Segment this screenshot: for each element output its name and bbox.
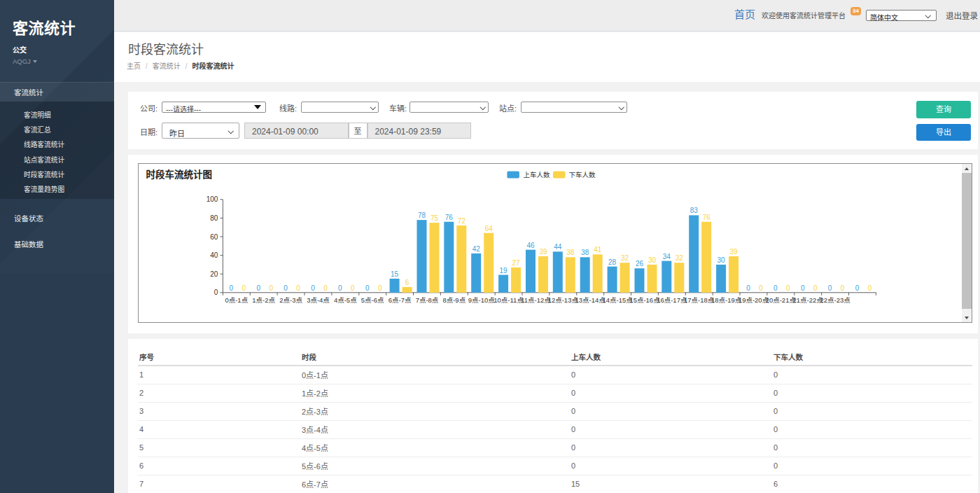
svg-text:32: 32 xyxy=(676,254,684,262)
svg-text:1点-2点: 1点-2点 xyxy=(252,296,275,304)
svg-text:44: 44 xyxy=(554,243,562,251)
svg-text:4点-5点: 4点-5点 xyxy=(334,296,357,304)
svg-text:30: 30 xyxy=(718,256,726,264)
svg-text:3点-4点: 3点-4点 xyxy=(307,296,330,304)
svg-text:34: 34 xyxy=(663,253,671,261)
svg-text:38: 38 xyxy=(581,249,589,256)
svg-text:15: 15 xyxy=(391,270,399,278)
svg-text:16点-17点: 16点-17点 xyxy=(657,296,687,304)
svg-text:0: 0 xyxy=(786,284,790,292)
svg-text:75: 75 xyxy=(430,214,439,222)
svg-text:41: 41 xyxy=(594,246,602,254)
svg-text:0: 0 xyxy=(746,284,750,292)
svg-text:46: 46 xyxy=(526,242,535,249)
svg-text:83: 83 xyxy=(690,207,699,214)
svg-text:时段车流统计图: 时段车流统计图 xyxy=(146,169,212,180)
svg-text:0: 0 xyxy=(256,284,260,292)
svg-text:下车人数: 下车人数 xyxy=(569,171,596,179)
svg-text:18点-19点: 18点-19点 xyxy=(711,296,742,304)
svg-text:20点-21点: 20点-21点 xyxy=(766,296,797,304)
svg-text:0: 0 xyxy=(813,284,818,292)
svg-text:6点-7点: 6点-7点 xyxy=(388,296,412,304)
svg-text:0: 0 xyxy=(269,284,273,292)
svg-text:32: 32 xyxy=(621,254,629,262)
svg-text:64: 64 xyxy=(485,225,493,232)
svg-text:5点-6点: 5点-6点 xyxy=(361,296,384,304)
svg-text:72: 72 xyxy=(458,217,466,225)
svg-text:0: 0 xyxy=(759,284,763,292)
svg-text:8点-9点: 8点-9点 xyxy=(442,296,465,304)
svg-text:28: 28 xyxy=(608,258,617,266)
svg-text:9点-10点: 9点-10点 xyxy=(468,296,496,304)
svg-text:26: 26 xyxy=(636,260,644,268)
svg-text:60: 60 xyxy=(210,233,218,241)
svg-text:0: 0 xyxy=(296,284,300,292)
svg-text:39: 39 xyxy=(539,248,547,256)
svg-text:76: 76 xyxy=(703,214,711,221)
svg-text:0: 0 xyxy=(841,284,845,292)
svg-text:2点-3点: 2点-3点 xyxy=(279,296,302,304)
svg-text:39: 39 xyxy=(730,248,738,256)
svg-text:0: 0 xyxy=(801,284,805,292)
svg-text:0: 0 xyxy=(855,284,860,292)
svg-text:0: 0 xyxy=(351,284,355,292)
svg-text:21点-22点: 21点-22点 xyxy=(793,296,824,304)
svg-text:0: 0 xyxy=(311,284,315,292)
svg-text:0: 0 xyxy=(242,284,246,292)
svg-text:上车人数: 上车人数 xyxy=(524,171,551,179)
svg-text:7点-8点: 7点-8点 xyxy=(416,296,439,304)
svg-text:0: 0 xyxy=(378,284,382,292)
svg-text:0: 0 xyxy=(284,284,288,292)
svg-text:13点-14点: 13点-14点 xyxy=(575,296,606,304)
svg-text:40: 40 xyxy=(210,251,218,259)
svg-text:20: 20 xyxy=(210,270,218,278)
svg-text:76: 76 xyxy=(445,214,454,221)
svg-text:0: 0 xyxy=(323,284,328,292)
svg-text:0: 0 xyxy=(230,284,234,292)
svg-text:12点-13点: 12点-13点 xyxy=(548,296,579,304)
svg-text:15点-16点: 15点-16点 xyxy=(629,296,660,304)
svg-text:78: 78 xyxy=(418,211,426,219)
svg-text:30: 30 xyxy=(648,256,657,264)
svg-text:0: 0 xyxy=(338,284,342,292)
svg-text:17点-18点: 17点-18点 xyxy=(684,296,715,304)
svg-text:0: 0 xyxy=(828,284,832,292)
svg-text:22点-23点: 22点-23点 xyxy=(820,296,850,304)
svg-text:0点-1点: 0点-1点 xyxy=(225,296,248,304)
svg-text:0: 0 xyxy=(365,284,370,292)
svg-text:100: 100 xyxy=(206,195,218,203)
svg-text:42: 42 xyxy=(472,245,481,253)
svg-text:19: 19 xyxy=(500,267,508,275)
svg-text:19点-20点: 19点-20点 xyxy=(738,296,769,304)
svg-text:6: 6 xyxy=(405,279,410,286)
svg-text:11点-12点: 11点-12点 xyxy=(521,296,551,304)
svg-text:27: 27 xyxy=(512,259,521,267)
svg-text:0: 0 xyxy=(214,289,218,296)
svg-text:10点-11点: 10点-11点 xyxy=(493,296,524,304)
svg-text:0: 0 xyxy=(774,284,778,292)
svg-text:14点-15点: 14点-15点 xyxy=(602,296,633,304)
svg-text:38: 38 xyxy=(566,249,575,256)
svg-text:80: 80 xyxy=(210,214,218,222)
svg-text:0: 0 xyxy=(868,284,872,292)
